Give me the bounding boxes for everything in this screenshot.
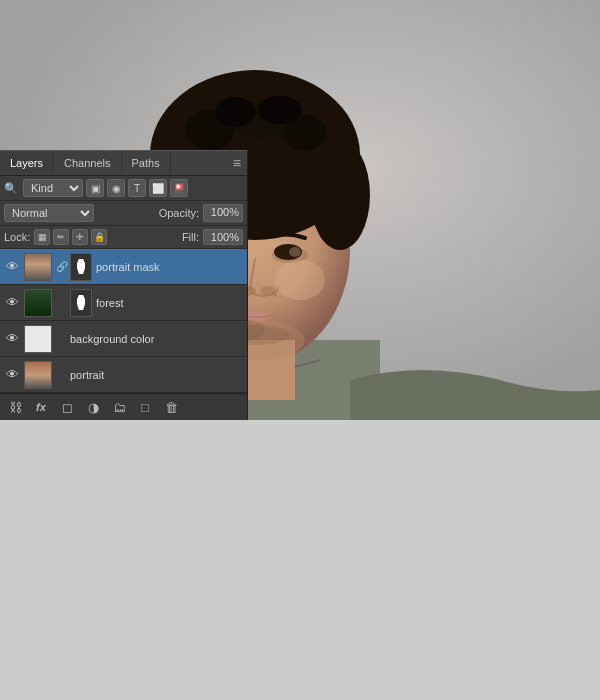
panel-tabs: Layers Channels Paths ≡ [0,151,247,176]
link-icon-btn[interactable]: ⛓ [4,397,26,417]
layer-row[interactable]: 👁 forest [0,285,247,321]
lock-move-btn[interactable]: ✛ [72,229,88,245]
filter-smart-btn[interactable]: 🎴 [170,179,188,197]
svg-point-18 [289,247,301,257]
folder-icon-btn[interactable]: 🗂 [108,397,130,417]
layer-name-2: background color [70,333,243,345]
visibility-icon-2[interactable]: 👁 [4,331,20,347]
svg-point-11 [215,97,255,127]
lock-label: Lock: [4,231,30,243]
layer-row[interactable]: 👁 background color [0,321,247,357]
opacity-label: Opacity: [159,207,199,219]
blend-row: Normal Opacity: 100% [0,201,247,226]
layer-thumb-2 [24,325,52,353]
adjustment-icon-btn[interactable]: ◑ [82,397,104,417]
opacity-value[interactable]: 100% [203,204,243,222]
visibility-icon-0[interactable]: 👁 [4,259,20,275]
layers-panel: Layers Channels Paths ≡ 🔍 Kind ▣ ◉ T ⬜ 🎴… [0,150,248,420]
layer-thumb-1 [24,289,52,317]
kind-select[interactable]: Kind [23,179,83,197]
visibility-icon-1[interactable]: 👁 [4,295,20,311]
lock-all-btn[interactable]: 🔒 [91,229,107,245]
panel-menu-icon[interactable]: ≡ [227,151,247,175]
fx-icon-btn[interactable]: fx [30,397,52,417]
visibility-icon-3[interactable]: 👁 [4,367,20,383]
layer-mask-1 [70,289,92,317]
lock-row: Lock: ▦ ✏ ✛ 🔒 Fill: 100% [0,226,247,249]
lock-paint-btn[interactable]: ✏ [53,229,69,245]
layer-link-0: 🔗 [56,261,66,272]
blend-mode-select[interactable]: Normal [4,204,94,222]
lock-icons: ▦ ✏ ✛ 🔒 [34,229,107,245]
canvas-area: Layers Channels Paths ≡ 🔍 Kind ▣ ◉ T ⬜ 🎴… [0,0,600,420]
tab-channels[interactable]: Channels [54,152,121,174]
filter-pixel-btn[interactable]: ▣ [86,179,104,197]
filter-text-btn[interactable]: T [128,179,146,197]
tab-paths[interactable]: Paths [122,152,171,174]
lock-transparent-btn[interactable]: ▦ [34,229,50,245]
filter-shape-btn[interactable]: ⬜ [149,179,167,197]
svg-point-12 [258,96,302,124]
filter-adjust-btn[interactable]: ◉ [107,179,125,197]
layer-name-3: portrait [70,369,243,381]
tab-layers[interactable]: Layers [0,152,54,174]
panel-toolbar: ⛓ fx ◻ ◑ 🗂 □ 🗑 [0,393,247,420]
svg-point-24 [275,260,325,300]
layer-row[interactable]: 👁 🔗 portrait mask [0,249,247,285]
filter-row: 🔍 Kind ▣ ◉ T ⬜ 🎴 [0,176,247,201]
search-icon: 🔍 [4,182,18,195]
delete-icon-btn[interactable]: 🗑 [160,397,182,417]
mask-icon-btn[interactable]: ◻ [56,397,78,417]
layer-mask-0 [70,253,92,281]
layer-thumb-0 [24,253,52,281]
layer-row[interactable]: 👁 portrait [0,357,247,393]
fill-value[interactable]: 100% [203,229,243,245]
filter-icons-row: ▣ ◉ T ⬜ 🎴 [86,179,188,197]
layer-name-1: forest [96,297,243,309]
new-layer-icon-btn[interactable]: □ [134,397,156,417]
fill-label: Fill: [182,231,199,243]
layer-thumb-3 [24,361,52,389]
layer-name-0: portrait mask [96,261,243,273]
svg-point-25 [273,293,277,297]
